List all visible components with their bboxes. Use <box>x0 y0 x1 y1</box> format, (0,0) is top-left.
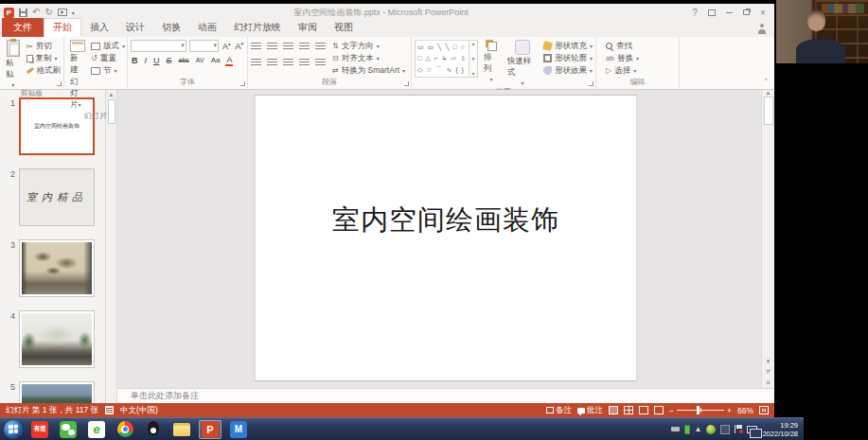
vertical-scrollbar[interactable]: ▲ ▼ ⇈ ⇊ <box>761 90 774 388</box>
font-dialog-launcher[interactable] <box>240 81 245 86</box>
ime-icon[interactable] <box>720 425 730 434</box>
font-name-combobox[interactable] <box>131 40 186 52</box>
scroll-up-icon[interactable]: ▲ <box>766 90 771 96</box>
taskbar-chrome[interactable] <box>114 420 136 439</box>
previous-slide-icon[interactable]: ⇈ <box>766 368 771 375</box>
quick-styles-button[interactable]: 快速样式 ▾ <box>505 40 540 86</box>
tab-insert[interactable]: 插入 <box>81 19 117 37</box>
minimize-button[interactable] <box>721 7 736 19</box>
restore-button[interactable] <box>738 7 753 19</box>
cut-button[interactable]: ✂剪切 <box>27 40 62 52</box>
slideshow-view-button[interactable] <box>654 406 664 414</box>
notes-pane[interactable]: 单击此处添加备注 <box>117 388 774 403</box>
tab-review[interactable]: 审阅 <box>290 19 326 37</box>
grow-font-button[interactable]: A▴ <box>221 41 232 51</box>
redo-icon[interactable]: ↻ <box>44 8 52 17</box>
tab-animations[interactable]: 动画 <box>189 19 225 37</box>
spell-check-icon[interactable] <box>105 406 114 414</box>
line-spacing-icon[interactable] <box>315 43 326 51</box>
start-slideshow-icon[interactable] <box>58 9 67 16</box>
taskbar-qq[interactable] <box>142 420 165 439</box>
action-center-flag-icon[interactable] <box>735 425 742 433</box>
battery-icon[interactable] <box>684 425 690 434</box>
collapse-ribbon-icon[interactable]: ⌃ <box>763 78 769 85</box>
select-button[interactable]: ▷选择▾ <box>606 64 676 77</box>
zoom-slider-thumb[interactable] <box>697 406 700 414</box>
shrink-font-button[interactable]: A▾ <box>234 41 244 51</box>
strikethrough-button[interactable]: S <box>166 56 173 65</box>
find-button[interactable]: 查找 <box>606 40 676 52</box>
tab-slideshow[interactable]: 幻灯片放映 <box>225 19 290 37</box>
new-slide-button[interactable]: 新建 幻灯片▾ <box>67 40 88 111</box>
fit-slide-to-window-icon[interactable] <box>759 406 769 414</box>
text-direction-button[interactable]: ⇅文字方向▾ <box>332 40 405 52</box>
sign-in-icon[interactable] <box>757 24 767 34</box>
italic-button[interactable]: I <box>144 56 149 65</box>
bold-button[interactable]: B <box>131 56 139 65</box>
taskbar-blue-app[interactable]: M <box>227 420 250 439</box>
format-painter-button[interactable]: 格式刷 <box>27 64 62 77</box>
paste-button[interactable]: 粘贴 ▾ <box>3 40 24 88</box>
clear-formatting-button[interactable]: abc <box>178 57 190 63</box>
close-button[interactable]: × <box>755 7 771 19</box>
taskbar-youdao[interactable]: 有道 <box>28 420 51 439</box>
increase-indent-icon[interactable] <box>299 43 310 51</box>
align-left-icon[interactable] <box>251 59 261 67</box>
convert-smartart-button[interactable]: ⇄转换为 SmartArt▾ <box>332 64 405 77</box>
replace-button[interactable]: ab替换▾ <box>606 52 676 64</box>
numbering-icon[interactable] <box>267 43 277 51</box>
thumbnail-slide-5[interactable]: 5 <box>6 381 105 403</box>
360-safety-icon[interactable] <box>706 425 716 434</box>
taskbar-wechat[interactable] <box>57 420 80 439</box>
shapes-gallery[interactable]: ▭ ▭ ╲ ╲ □ ○ □ △ ⌐ ↳ ⇨ ⇩ ◇ ☆ ⌒ ∿ { } <box>415 40 469 78</box>
language-indicator[interactable]: 中文(中国) <box>120 405 158 416</box>
character-spacing-button[interactable]: AV <box>195 57 205 63</box>
reset-button[interactable]: ↺重置 <box>91 52 125 64</box>
justify-icon[interactable] <box>299 59 310 67</box>
powerpoint-app-icon[interactable]: P <box>4 8 14 18</box>
undo-icon[interactable]: ↶ <box>32 8 40 17</box>
copy-button[interactable]: 复制▾ <box>27 52 62 64</box>
layout-button[interactable]: 版式▾ <box>91 40 125 52</box>
slide-title[interactable]: 室内空间绘画装饰 <box>256 202 637 239</box>
thumbnail-scrollbar[interactable]: ▲ <box>106 90 117 403</box>
normal-view-button[interactable] <box>609 406 618 414</box>
tab-view[interactable]: 视图 <box>326 19 362 37</box>
taskbar-360-browser[interactable]: e <box>85 420 108 439</box>
zoom-out-icon[interactable]: − <box>669 406 674 415</box>
clipboard-dialog-launcher[interactable] <box>57 81 62 86</box>
hidden-icons-arrow[interactable]: ▲ <box>695 425 702 433</box>
underline-button[interactable]: U <box>152 56 161 65</box>
align-right-icon[interactable] <box>283 59 293 67</box>
reading-view-button[interactable] <box>639 406 648 414</box>
scroll-down-icon[interactable]: ▼ <box>766 359 771 364</box>
zoom-slider[interactable]: − + <box>669 406 732 415</box>
notes-toggle-button[interactable]: 备注 <box>546 405 572 416</box>
help-button[interactable]: ? <box>687 7 702 19</box>
shapes-gallery-scroll[interactable]: ▲▼▼ <box>469 40 478 78</box>
ribbon-options-button[interactable] <box>704 7 719 19</box>
zoom-in-icon[interactable]: + <box>727 406 732 415</box>
align-center-icon[interactable] <box>267 59 277 67</box>
tab-file[interactable]: 文件 <box>2 18 44 37</box>
tab-transitions[interactable]: 切换 <box>153 19 189 37</box>
bullets-icon[interactable] <box>251 43 261 51</box>
taskbar-powerpoint[interactable]: P <box>199 420 221 439</box>
thumbnail-slide-4[interactable]: 4 <box>6 310 105 368</box>
tab-design[interactable]: 设计 <box>117 19 153 37</box>
taskbar-clock[interactable]: 19:29 2022/10/28 <box>762 421 800 438</box>
change-case-button[interactable]: Aa <box>210 56 221 64</box>
comments-toggle-button[interactable]: 批注 <box>577 405 603 416</box>
arrange-button[interactable]: 排列 ▾ <box>481 40 502 86</box>
display-settings-icon[interactable] <box>747 426 757 433</box>
slide-sorter-view-button[interactable] <box>624 406 633 414</box>
drawing-dialog-launcher[interactable] <box>589 81 593 86</box>
zoom-percentage[interactable]: 66% <box>737 406 753 415</box>
font-size-combobox[interactable] <box>189 40 219 52</box>
align-text-button[interactable]: ⊟对齐文本▾ <box>332 52 405 64</box>
slide[interactable]: 室内空间绘画装饰 <box>255 95 638 381</box>
columns-icon[interactable] <box>315 59 326 67</box>
font-color-button[interactable]: A <box>225 55 233 66</box>
save-icon[interactable] <box>19 9 27 17</box>
usb-device-icon[interactable] <box>671 427 680 431</box>
